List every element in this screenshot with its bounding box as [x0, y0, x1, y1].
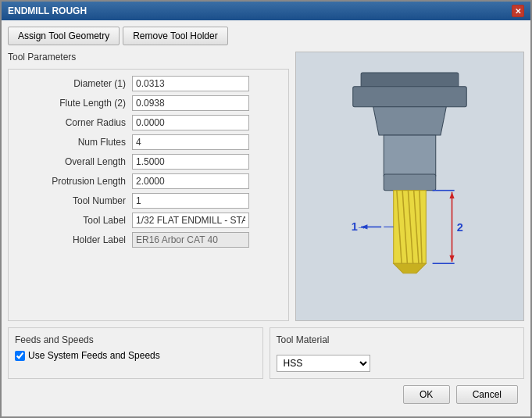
feeds-checkbox-row: Use System Feeds and Speeds: [15, 350, 256, 361]
param-label: Num Flutes: [15, 137, 132, 148]
param-row: Num Flutes: [15, 134, 282, 150]
material-title: Tool Material: [277, 334, 518, 345]
param-input-corner-radius[interactable]: [132, 115, 249, 130]
param-label: Protrusion Length: [15, 176, 132, 187]
param-label: Holder Label: [15, 234, 132, 245]
svg-text:2: 2: [457, 221, 463, 234]
params-section: Diameter (1)Flute Length (2)Corner Radiu…: [8, 69, 289, 321]
svg-marker-2: [373, 107, 447, 135]
use-system-feeds-checkbox[interactable]: [15, 351, 25, 361]
feeds-title: Feeds and Speeds: [15, 334, 256, 345]
ok-button[interactable]: OK: [403, 385, 450, 404]
svg-marker-20: [449, 255, 454, 262]
use-system-feeds-label: Use System Feeds and Speeds: [28, 350, 160, 361]
param-row: Diameter (1): [15, 76, 282, 91]
param-input-tool-label[interactable]: [132, 213, 249, 228]
param-label: Tool Number: [15, 195, 132, 206]
param-label: Overall Length: [15, 156, 132, 167]
param-label: Diameter (1): [15, 78, 132, 89]
param-row: Tool Number: [15, 193, 282, 209]
param-input-overall-length[interactable]: [132, 154, 249, 170]
tool-params-title: Tool Parameters: [8, 52, 289, 63]
feeds-section: Feeds and Speeds Use System Feeds and Sp…: [8, 327, 263, 379]
svg-marker-19: [449, 192, 454, 198]
svg-rect-1: [353, 87, 467, 107]
tool-visualization: 1 → 2: [296, 52, 523, 320]
window-title: ENDMILL ROUGH: [8, 5, 87, 16]
svg-text:→: →: [356, 221, 367, 233]
param-label: Flute Length (2): [15, 98, 132, 109]
param-row: Corner Radius: [15, 115, 282, 130]
material-section: Tool Material HSSCarbideCeramic: [270, 327, 525, 379]
param-row: Flute Length (2): [15, 95, 282, 111]
param-row: Overall Length: [15, 154, 282, 170]
param-input-diameter-1[interactable]: [132, 76, 249, 91]
footer-buttons: OK Cancel: [8, 382, 524, 410]
param-row: Tool Label: [15, 213, 282, 228]
param-label: Tool Label: [15, 215, 132, 226]
bottom-area: Feeds and Speeds Use System Feeds and Sp…: [8, 327, 524, 379]
svg-rect-3: [384, 135, 436, 176]
close-button[interactable]: ✕: [512, 5, 524, 17]
param-input-num-flutes[interactable]: [132, 134, 249, 150]
tool-svg: 1 → 2: [296, 52, 523, 320]
param-input-flute-length-2[interactable]: [132, 95, 249, 111]
param-input-tool-number[interactable]: [132, 193, 249, 209]
main-window: ENDMILL ROUGH ✕ Assign Tool Geometry Rem…: [0, 0, 532, 418]
material-select[interactable]: HSSCarbideCeramic: [277, 355, 370, 372]
toolbar: Assign Tool Geometry Remove Tool Holder: [8, 27, 524, 45]
svg-rect-0: [361, 73, 459, 88]
svg-marker-11: [394, 263, 427, 273]
param-row: Protrusion Length: [15, 173, 282, 189]
svg-rect-4: [384, 174, 436, 191]
tool-visualization-panel: 1 → 2: [295, 52, 524, 321]
main-area: Tool Parameters Diameter (1)Flute Length…: [8, 52, 524, 321]
param-input-holder-label: [132, 232, 249, 248]
cancel-button[interactable]: Cancel: [456, 385, 518, 404]
param-input-protrusion-length[interactable]: [132, 173, 249, 189]
param-label: Corner Radius: [15, 117, 132, 128]
content-area: Assign Tool Geometry Remove Tool Holder …: [2, 20, 530, 416]
remove-tool-holder-button[interactable]: Remove Tool Holder: [123, 27, 228, 45]
assign-tool-geometry-button[interactable]: Assign Tool Geometry: [8, 27, 120, 45]
title-bar: ENDMILL ROUGH ✕: [2, 2, 530, 20]
param-row: Holder Label: [15, 232, 282, 248]
left-panel: Tool Parameters Diameter (1)Flute Length…: [8, 52, 289, 321]
